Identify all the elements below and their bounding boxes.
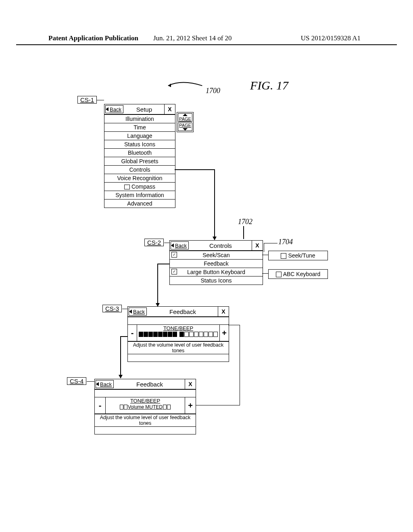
header-rule <box>16 44 397 45</box>
volume-indicator: TONE/BEEP Volume MUTED <box>106 397 185 414</box>
volume-up-button[interactable]: + <box>185 397 196 414</box>
help-text: Adjust the volume level of user feedback… <box>95 414 196 426</box>
page-header: Patent Application Publication Jun. 21, … <box>48 34 361 42</box>
option-label: ABC Keyboard <box>283 271 321 277</box>
checkbox-icon: ✓ <box>171 269 177 274</box>
checkbox-icon: ✓ <box>171 252 177 258</box>
list-item[interactable]: System Information <box>104 191 175 199</box>
back-button[interactable]: Back <box>105 105 123 113</box>
option-abc-keyboard[interactable]: ABC Keyboard <box>268 269 328 279</box>
header-left: Patent Application Publication <box>48 34 138 42</box>
muted-label: Volume MUTED <box>128 404 163 410</box>
page-down-button[interactable]: PAGE <box>178 123 192 131</box>
panel-title: Setup <box>124 106 164 113</box>
leader-1704b <box>264 243 264 252</box>
connector <box>175 169 215 170</box>
arrow-down <box>157 302 158 306</box>
list-item[interactable]: Status Icons <box>170 276 263 285</box>
connector <box>120 336 127 337</box>
panel-title: Feedback <box>148 308 218 315</box>
cs2-label: CS-2 <box>144 239 164 246</box>
option-seek-tune[interactable]: Seek/Tune <box>268 251 328 260</box>
volume-bar <box>139 332 218 337</box>
list-item[interactable]: Bluetooth <box>104 148 175 157</box>
volume-down-button[interactable]: - <box>128 325 137 341</box>
close-button[interactable]: X <box>185 379 196 389</box>
list-item[interactable]: Compass <box>104 182 175 191</box>
stub <box>87 381 94 382</box>
stub <box>122 309 127 309</box>
item-label: Feedback <box>204 260 228 267</box>
close-button[interactable]: X <box>252 241 263 250</box>
cs1-label: CS-1 <box>77 96 97 104</box>
volume-indicator: TONE/BEEP <box>137 325 219 341</box>
connector <box>120 336 121 376</box>
close-button[interactable]: X <box>164 104 175 114</box>
item-label: Status Icons <box>200 277 232 284</box>
list-item[interactable]: Illumination <box>104 114 175 123</box>
arrow-down <box>214 236 215 240</box>
list-item[interactable]: Voice Recognition <box>104 174 175 182</box>
stub <box>262 255 268 255</box>
volume-down-button[interactable]: - <box>95 397 106 414</box>
ref-1704: 1704 <box>278 238 293 246</box>
connector <box>240 325 240 405</box>
list-item[interactable]: Global Presets <box>104 157 175 165</box>
back-button[interactable]: Back <box>171 241 189 249</box>
back-button[interactable]: Back <box>129 308 147 316</box>
cs3-panel: Back Feedback X - TONE/BEEP + Adjust the… <box>127 306 229 362</box>
help-text: Adjust the volume level of user feedback… <box>128 341 229 354</box>
list-item[interactable]: Feedback <box>170 259 263 268</box>
page-buttons: PAGE PAGE <box>177 112 194 132</box>
tone-label: TONE/BEEP <box>107 398 183 404</box>
leader-1704 <box>264 243 277 243</box>
cs4-panel: Back Feedback X - TONE/BEEP Volume MUTED… <box>94 379 196 434</box>
cs1-panel: Back Setup X Illumination Time Language … <box>104 104 175 208</box>
arrow-down <box>120 374 121 378</box>
cs3-label: CS-3 <box>102 305 122 312</box>
panel-title: Feedback <box>115 381 185 388</box>
checkbox-icon <box>281 253 286 259</box>
panel-title: Controls <box>190 242 252 249</box>
tone-label: TONE/BEEP <box>139 325 218 331</box>
ref-1700: 1700 <box>206 87 220 95</box>
leader-1700 <box>167 81 204 88</box>
ref-1702: 1702 <box>238 218 252 226</box>
cs2-panel: Back Controls X ✓ Seek/Scan Feedback ✓ L… <box>169 240 263 285</box>
page-up-button[interactable]: PAGE <box>178 113 192 122</box>
back-button[interactable]: Back <box>96 380 114 388</box>
item-label: Seek/Scan <box>202 252 230 258</box>
checkbox-icon <box>276 272 282 277</box>
connector <box>157 264 158 305</box>
stub <box>97 100 104 100</box>
list-item[interactable]: ✓ Seek/Scan <box>170 251 263 259</box>
volume-up-button[interactable]: + <box>219 325 229 341</box>
volume-muted-bar: Volume MUTED <box>107 404 183 410</box>
close-button[interactable]: X <box>218 307 229 316</box>
list-item[interactable]: Language <box>104 131 175 140</box>
connector <box>214 169 215 239</box>
list-item[interactable]: Controls <box>104 165 175 174</box>
stub <box>164 243 169 243</box>
list-item[interactable]: Time <box>104 123 175 131</box>
leader-1702a <box>243 226 244 239</box>
list-item[interactable]: ✓ Large Button Keyboard <box>170 268 263 276</box>
list-item[interactable]: Status Icons <box>104 140 175 148</box>
list-item[interactable]: Advanced <box>104 199 175 208</box>
stub <box>262 273 268 274</box>
item-label: Large Button Keyboard <box>187 269 245 275</box>
cs4-label: CS-4 <box>67 377 86 385</box>
connector <box>228 325 240 325</box>
item-label: Compass <box>131 183 155 190</box>
connector <box>196 405 240 405</box>
option-label: Seek/Tune <box>288 252 315 259</box>
header-mid: Jun. 21, 2012 Sheet 14 of 20 <box>153 34 232 42</box>
figure-label: FIG. 17 <box>250 79 288 92</box>
connector <box>157 264 169 264</box>
header-right: US 2012/0159328 A1 <box>301 34 361 42</box>
